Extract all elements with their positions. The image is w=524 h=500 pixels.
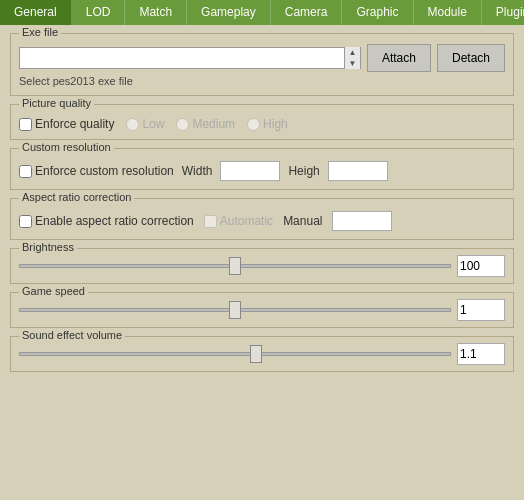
- exe-file-title: Exe file: [19, 26, 61, 38]
- medium-quality-radio[interactable]: [176, 118, 189, 131]
- medium-quality-text: Medium: [192, 117, 235, 131]
- sound-effect-volume-title: Sound effect volume: [19, 329, 125, 341]
- high-quality-text: High: [263, 117, 288, 131]
- tab-module[interactable]: Module: [414, 0, 482, 25]
- game-speed-slider[interactable]: [19, 302, 451, 318]
- picture-quality-row: Enforce quality Low Medium High: [19, 117, 505, 131]
- tab-camera[interactable]: Camera: [271, 0, 343, 25]
- main-content: Exe file ▲ ▼ Attach Detach Select pes201…: [0, 25, 524, 388]
- enable-aspect-checkbox[interactable]: [19, 215, 32, 228]
- automatic-text: Automatic: [220, 214, 273, 228]
- exe-file-input[interactable]: [20, 48, 344, 68]
- width-input[interactable]: [220, 161, 280, 181]
- aspect-ratio-row: Enable aspect ratio correction Automatic…: [19, 211, 505, 231]
- high-quality-label[interactable]: High: [247, 117, 288, 131]
- height-input[interactable]: [328, 161, 388, 181]
- enable-aspect-text: Enable aspect ratio correction: [35, 214, 194, 228]
- medium-quality-label[interactable]: Medium: [176, 117, 235, 131]
- enforce-quality-text: Enforce quality: [35, 117, 114, 131]
- low-quality-label[interactable]: Low: [126, 117, 164, 131]
- custom-resolution-row: Enforce custom resolution Width Heigh: [19, 161, 505, 181]
- game-speed-section: Game speed: [10, 292, 514, 328]
- automatic-label[interactable]: Automatic: [204, 214, 273, 228]
- game-speed-title: Game speed: [19, 285, 88, 297]
- spin-up-button[interactable]: ▲: [345, 47, 360, 58]
- exe-spin-buttons: ▲ ▼: [344, 47, 360, 69]
- manual-label: Manual: [283, 214, 322, 228]
- picture-quality-section: Picture quality Enforce quality Low Medi…: [10, 104, 514, 140]
- sound-effect-volume-section: Sound effect volume: [10, 336, 514, 372]
- brightness-slider[interactable]: [19, 258, 451, 274]
- exe-file-section: Exe file ▲ ▼ Attach Detach Select pes201…: [10, 33, 514, 96]
- game-speed-value[interactable]: [457, 299, 505, 321]
- aspect-ratio-section: Aspect ratio correction Enable aspect ra…: [10, 198, 514, 240]
- low-quality-radio[interactable]: [126, 118, 139, 131]
- exe-row: ▲ ▼ Attach Detach: [19, 44, 505, 72]
- tab-graphic[interactable]: Graphic: [342, 0, 413, 25]
- tab-lod[interactable]: LOD: [72, 0, 126, 25]
- spin-down-button[interactable]: ▼: [345, 58, 360, 69]
- picture-quality-title: Picture quality: [19, 97, 94, 109]
- custom-resolution-title: Custom resolution: [19, 141, 114, 153]
- custom-resolution-section: Custom resolution Enforce custom resolut…: [10, 148, 514, 190]
- tab-bar: General LOD Match Gameplay Camera Graphi…: [0, 0, 524, 25]
- enforce-quality-checkbox[interactable]: [19, 118, 32, 131]
- manual-input[interactable]: [332, 211, 392, 231]
- brightness-title: Brightness: [19, 241, 77, 253]
- enforce-resolution-label[interactable]: Enforce custom resolution: [19, 164, 174, 178]
- width-label: Width: [182, 164, 213, 178]
- low-quality-text: Low: [142, 117, 164, 131]
- enforce-resolution-checkbox[interactable]: [19, 165, 32, 178]
- attach-button[interactable]: Attach: [367, 44, 431, 72]
- enforce-resolution-text: Enforce custom resolution: [35, 164, 174, 178]
- exe-input-wrap: ▲ ▼: [19, 47, 361, 69]
- tab-general[interactable]: General: [0, 0, 72, 25]
- brightness-row: [19, 255, 505, 277]
- tab-match[interactable]: Match: [125, 0, 187, 25]
- sound-effect-volume-slider[interactable]: [19, 346, 451, 362]
- automatic-checkbox[interactable]: [204, 215, 217, 228]
- brightness-value[interactable]: [457, 255, 505, 277]
- height-label: Heigh: [288, 164, 319, 178]
- tab-plugin[interactable]: Plugin: [482, 0, 524, 25]
- enable-aspect-label[interactable]: Enable aspect ratio correction: [19, 214, 194, 228]
- brightness-section: Brightness: [10, 248, 514, 284]
- game-speed-row: [19, 299, 505, 321]
- detach-button[interactable]: Detach: [437, 44, 505, 72]
- tab-gameplay[interactable]: Gameplay: [187, 0, 271, 25]
- enforce-quality-label[interactable]: Enforce quality: [19, 117, 114, 131]
- exe-hint: Select pes2013 exe file: [19, 75, 505, 87]
- sound-effect-volume-row: [19, 343, 505, 365]
- high-quality-radio[interactable]: [247, 118, 260, 131]
- sound-effect-volume-value[interactable]: [457, 343, 505, 365]
- aspect-ratio-title: Aspect ratio correction: [19, 191, 134, 203]
